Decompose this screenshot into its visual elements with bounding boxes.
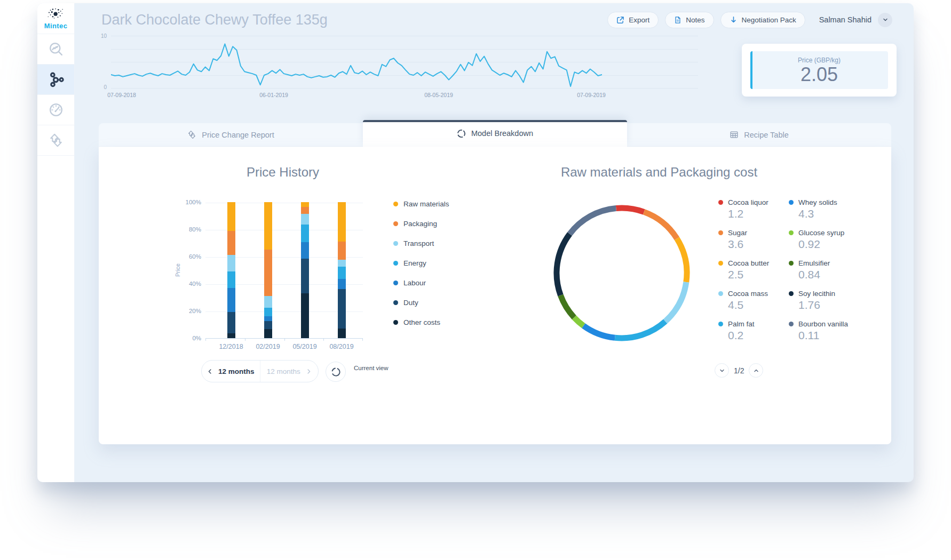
- gauge-icon: [49, 102, 64, 117]
- ingredient-item: Bourbon vanilla0.11: [789, 320, 874, 350]
- ingredient-value: 0.2: [728, 329, 789, 342]
- bar-y-tick: 100%: [180, 199, 201, 205]
- segmented-circle-icon: [457, 129, 466, 138]
- ingredient-name: Glucose syrup: [798, 229, 844, 237]
- mintec-logo[interactable]: Mintec: [37, 3, 74, 34]
- legend-item: Other costs: [393, 317, 449, 327]
- donut-segment-Cocoa butter: [677, 238, 687, 282]
- price-trend-line: [111, 44, 602, 86]
- bar-segment-Raw materials: [264, 202, 272, 250]
- legend-item: Packaging: [393, 218, 449, 229]
- sidebar-item-model-breakdown[interactable]: [37, 65, 74, 95]
- ingredient-name: Soy lecithin: [798, 290, 835, 298]
- stacked-bar-08/2019: [338, 202, 346, 338]
- bar-segment-Packaging: [301, 207, 309, 214]
- legend-label: Other costs: [403, 318, 440, 326]
- pager-down-button[interactable]: [715, 363, 729, 378]
- bar-segment-Duty: [301, 259, 309, 293]
- ingredient-name: Whey solids: [798, 198, 837, 206]
- circular-arc-icon: [331, 367, 341, 377]
- tab-bar: Price Change Report Model Breakdown Reci…: [99, 123, 891, 147]
- download-arrow-icon: [730, 16, 738, 24]
- sparkline-x-tick: 08-05-2019: [415, 92, 463, 98]
- user-menu-button[interactable]: [878, 13, 892, 27]
- price-card: Price (GBP/kg) 2.05: [742, 44, 897, 97]
- legend-label: Energy: [403, 259, 426, 267]
- model-breakdown-panel: Price History Price 100%80%60%40%20%0% 1…: [99, 147, 891, 444]
- ingredient-value: 0.92: [798, 238, 874, 251]
- ingredient-value: 0.11: [798, 329, 874, 342]
- app-window: Mintec: [37, 3, 914, 482]
- mintec-logo-text: Mintec: [44, 22, 68, 30]
- chevron-left-icon: [207, 369, 213, 374]
- bar-segment-Transport: [338, 260, 346, 267]
- donut-segment-Palm fat: [615, 322, 665, 338]
- bar-x-tick: 02/2019: [249, 343, 287, 350]
- bar-x-tick: 12/2018: [212, 343, 250, 350]
- price-card-value: 2.05: [750, 64, 888, 85]
- bar-y-tick: 40%: [180, 281, 201, 287]
- legend-item: Raw materials: [393, 198, 449, 209]
- current-view-button[interactable]: [326, 362, 346, 382]
- price-card-accent-bar: [750, 51, 752, 89]
- axis-tick: [205, 339, 206, 341]
- donut-segment-Bourbon vanilla: [570, 208, 616, 234]
- notes-button[interactable]: Notes: [665, 12, 714, 28]
- bar-segment-Raw materials: [338, 202, 346, 242]
- price-history-legend: Raw materialsPackagingTransportEnergyLab…: [393, 198, 449, 327]
- bar-segment-Packaging: [338, 242, 346, 260]
- stacked-bar-12/2018: [227, 202, 235, 338]
- ingredient-name: Cocoa butter: [728, 259, 769, 267]
- sparkline-ymax-label: 10: [90, 33, 107, 39]
- next-12-months-button[interactable]: 12 months: [260, 361, 319, 382]
- chevron-down-icon: [719, 367, 725, 374]
- tab-price-change-report[interactable]: Price Change Report: [99, 123, 363, 147]
- legend-dot: [718, 261, 723, 266]
- bar-y-tick: 80%: [180, 226, 201, 233]
- bar-segment-Other costs: [264, 329, 272, 338]
- bar-segment-Energy: [338, 267, 346, 279]
- previous-12-months-button[interactable]: 12 months: [202, 361, 260, 382]
- legend-dot: [393, 320, 398, 325]
- legend-dot: [393, 241, 398, 246]
- legend-item: Transport: [393, 238, 449, 249]
- bar-segment-Energy: [301, 225, 309, 242]
- negotiation-pack-button[interactable]: Negotiation Pack: [720, 12, 805, 28]
- legend-label: Transport: [403, 239, 434, 247]
- pager-up-button[interactable]: [749, 363, 763, 378]
- tab-recipe-table[interactable]: Recipe Table: [627, 123, 891, 147]
- ingredients-legend: Cocoa liquor1.2Sugar3.6Cocoa butter2.5Co…: [718, 198, 874, 350]
- bar-segment-Transport: [227, 255, 235, 271]
- sidebar-item-price-transfer[interactable]: [37, 125, 74, 156]
- bar-x-tick: 08/2019: [323, 343, 360, 350]
- bar-segment-Labour: [338, 279, 346, 289]
- ingredient-name-row: Cocoa butter: [718, 259, 789, 267]
- ingredient-value: 1.2: [728, 207, 789, 220]
- legend-dot: [393, 300, 398, 305]
- bar-segment-Raw materials: [227, 202, 235, 231]
- ingredient-name: Cocoa liquor: [728, 198, 768, 206]
- chevron-down-icon: [882, 17, 889, 23]
- axis-tick: [362, 339, 363, 341]
- ingredient-value: 2.5: [728, 268, 789, 281]
- ingredient-item: Whey solids4.3: [789, 198, 874, 229]
- sidebar-item-search-trends[interactable]: [37, 34, 74, 65]
- mintec-logo-dots-icon: [46, 7, 66, 21]
- bar-segment-Other costs: [301, 293, 309, 338]
- ingredient-name: Cocoa mass: [728, 290, 768, 298]
- sidebar-item-gauge[interactable]: [37, 95, 74, 125]
- bar-segment-Duty: [227, 312, 235, 333]
- stacked-bar-05/2019: [301, 202, 309, 338]
- bar-y-tick: 20%: [180, 308, 201, 314]
- price-history-chart: [205, 203, 363, 339]
- sparkline-x-tick: 06-01-2019: [250, 92, 298, 98]
- tab-label: Price Change Report: [202, 131, 274, 139]
- ingredient-name: Palm fat: [728, 320, 755, 328]
- ingredient-name-row: Cocoa mass: [718, 290, 789, 298]
- ingredient-item: Soy lecithin1.76: [789, 290, 874, 320]
- ingredient-value: 3.6: [728, 238, 789, 251]
- legend-label: Duty: [403, 299, 418, 307]
- export-button[interactable]: Export: [607, 12, 659, 28]
- tab-model-breakdown[interactable]: Model Breakdown: [363, 120, 627, 147]
- page-title: Dark Chocolate Chewy Toffee 135g: [101, 12, 328, 28]
